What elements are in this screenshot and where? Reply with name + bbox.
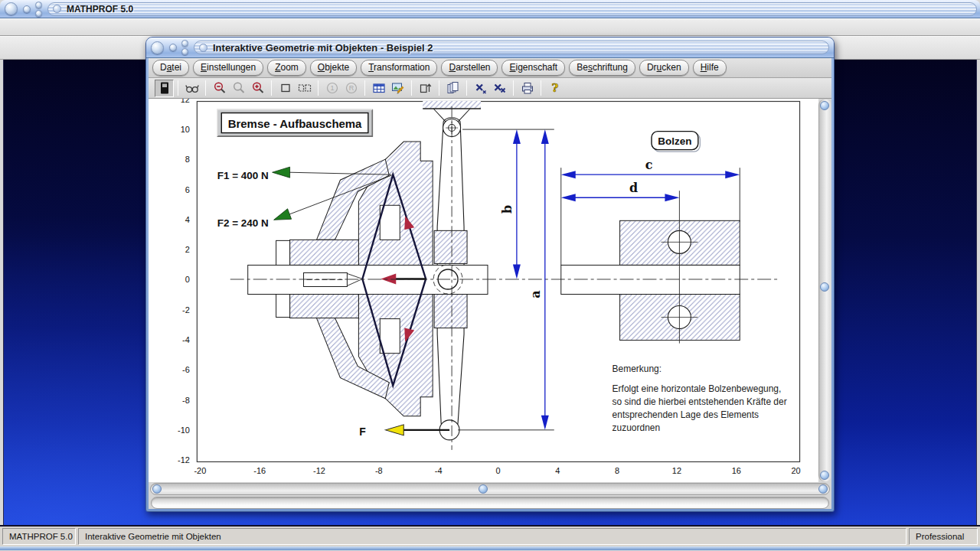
dim-b-label: b — [500, 205, 514, 214]
menu-label-part: ilfe — [707, 62, 718, 73]
vertical-scrollbar[interactable] — [818, 99, 831, 481]
main-titlebar: MATHPROF 5.0 — [0, 0, 980, 18]
axis-tick-label: -2 — [182, 305, 190, 315]
axis-tick-label: -6 — [182, 365, 190, 374]
scroll-left-button[interactable] — [152, 484, 162, 494]
menu-label-part: cken — [662, 62, 681, 73]
menu-hilfe[interactable]: Hilfe — [693, 60, 727, 76]
drawing-canvas[interactable]: 121086420-2-4-6-8-10-12-20-16-12-8-40481… — [149, 99, 818, 482]
note-line: Erfolgt eine horizontale Bolzenbewegung, — [612, 383, 782, 394]
toolbar-copy-pages-button[interactable] — [443, 80, 462, 97]
toolbar-zoom-out-button[interactable] — [210, 80, 229, 97]
menu-objekte[interactable]: Objekte — [310, 60, 357, 76]
menu-einstellungen[interactable]: Einstellungen — [193, 60, 263, 76]
toolbar-select-frame-button[interactable] — [276, 80, 295, 97]
horizontal-scroll-thumb[interactable] — [479, 484, 488, 494]
child-title-pill[interactable]: Interaktive Geometrie mit Objekten - Bei… — [194, 41, 829, 54]
toolbar-delete-object-button[interactable] — [471, 80, 490, 97]
bolzen-box[interactable]: Bolzen — [652, 132, 700, 152]
toolbar-panel-toggle-button[interactable] — [155, 80, 174, 97]
status-edition: Professional — [909, 528, 978, 545]
toolbar-zoom-in-button[interactable] — [248, 80, 267, 97]
note-heading: Bemerkung: — [612, 364, 662, 374]
toolbar-delete-all-button[interactable] — [490, 80, 509, 97]
main-menu-strip — [0, 18, 980, 36]
toolbar-select-frames-button[interactable] — [295, 80, 314, 97]
vertical-scroll-thumb[interactable] — [820, 282, 829, 292]
axis-tick-label: -16 — [253, 466, 266, 475]
axis-tick-label: -4 — [435, 466, 443, 475]
print-icon — [521, 81, 534, 95]
menu-accel: E — [509, 62, 515, 73]
select-frames-icon — [298, 81, 312, 95]
child-window-icon — [199, 44, 207, 52]
svg-text:R: R — [348, 84, 354, 92]
menu-accel: H — [701, 62, 707, 73]
bolzen-label: Bolzen — [658, 135, 691, 147]
toolbar-option-1-button[interactable]: 1 — [322, 80, 341, 97]
window-minimize-button[interactable] — [23, 5, 31, 13]
menu-zoom[interactable]: Zoom — [267, 60, 306, 76]
option-1-icon: 1 — [325, 81, 339, 95]
window-maximize-button[interactable] — [35, 2, 42, 8]
menu-label-part: D — [160, 62, 167, 73]
panel-toggle-icon — [158, 81, 172, 95]
dim-c-label: c — [645, 158, 653, 172]
scroll-down-button[interactable] — [820, 471, 829, 480]
image-editor-icon — [391, 81, 405, 95]
geometry-plot: 121086420-2-4-6-8-10-12-20-16-12-8-40481… — [149, 99, 818, 482]
zoom-out-icon — [213, 81, 227, 95]
child-toolbar: 1 R — [149, 78, 831, 99]
toolbar-image-editor-button[interactable] — [388, 80, 407, 97]
toolbar-flip-object-button[interactable] — [416, 80, 435, 97]
toolbar-help-button[interactable]: ? — [545, 80, 564, 97]
value-table-icon — [372, 81, 386, 95]
force-f-label: F — [359, 425, 366, 438]
window-close-button[interactable] — [5, 2, 18, 15]
status-bar: MATHPROF 5.0 Interaktive Geometrie mit O… — [0, 525, 980, 546]
child-minimize-button[interactable] — [169, 44, 177, 51]
axis-tick-label: 20 — [791, 466, 800, 475]
menu-darstellen[interactable]: Darstellen — [441, 60, 498, 76]
scroll-right-button[interactable] — [818, 484, 828, 494]
menu-label-part: arstellen — [456, 62, 490, 73]
main-title-pill[interactable]: MATHPROF 5.0 — [47, 2, 977, 16]
toolbar-separator — [466, 80, 467, 96]
child-shade-button[interactable] — [181, 48, 188, 55]
toolbar-reading-view-button[interactable] — [182, 80, 201, 97]
canvas-row: 121086420-2-4-6-8-10-12-20-16-12-8-40481… — [149, 99, 831, 482]
help-icon: ? — [548, 81, 562, 95]
scroll-up-button[interactable] — [820, 101, 829, 110]
status-document-name: Interaktive Geometrie mit Objekten — [78, 528, 906, 545]
toolbar-value-table-button[interactable] — [369, 80, 388, 97]
toolbar-option-r-button[interactable]: R — [341, 80, 361, 97]
axis-tick-label: 16 — [732, 466, 741, 475]
axis-tick-label: 8 — [615, 466, 619, 475]
menu-label-part: igenschaft — [516, 62, 558, 73]
window-shade-button[interactable] — [35, 10, 42, 17]
menu-drucken[interactable]: Drucken — [639, 60, 689, 76]
toolbar-print-button[interactable] — [518, 80, 537, 97]
delete-all-icon — [493, 81, 507, 95]
axis-tick-label: 10 — [181, 125, 190, 134]
app-icon — [53, 5, 61, 13]
menu-beschriftung[interactable]: Beschriftung — [569, 60, 635, 76]
toolbar-separator — [513, 80, 514, 96]
axis-tick-label: -8 — [375, 466, 383, 475]
child-close-button[interactable] — [151, 41, 164, 54]
note-line: entsprechenden Lage des Elements — [612, 409, 759, 420]
axis-tick-label: 12 — [181, 99, 190, 104]
menu-eigenschaft[interactable]: Eigenschaft — [501, 60, 565, 76]
toolbar-separator — [318, 80, 318, 96]
child-maximize-button[interactable] — [181, 40, 188, 47]
toolbar-zoom-reset-button[interactable] — [229, 80, 248, 97]
dim-d-label: d — [629, 181, 638, 195]
menu-datei[interactable]: Datei — [152, 60, 189, 76]
axis-tick-label: 8 — [185, 155, 190, 164]
horizontal-scrollbar[interactable] — [150, 483, 830, 495]
axis-tick-label: 2 — [185, 245, 190, 254]
schema-title-box[interactable]: Bremse - Aufbauschema — [217, 109, 373, 136]
main-window-title: MATHPROF 5.0 — [67, 4, 133, 15]
delete-object-icon — [474, 81, 488, 95]
menu-transformation[interactable]: Transformation — [361, 60, 437, 76]
